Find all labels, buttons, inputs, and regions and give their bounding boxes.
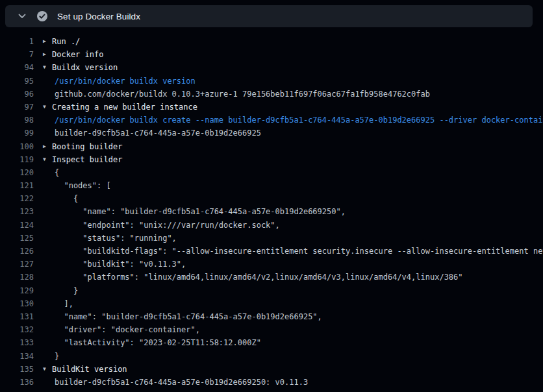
log-group-label: Buildx version [52,61,118,74]
line-number[interactable]: 1 [0,35,34,48]
log-group-label: BuildKit version [52,363,127,376]
line-number[interactable]: 133 [0,336,34,349]
group-collapsed-icon[interactable]: ▶ [43,35,52,48]
line-number[interactable]: 124 [0,219,34,232]
log-command-text: /usr/bin/docker buildx create --name bui… [55,114,543,127]
log-line: 134} [0,350,543,363]
line-number[interactable]: 95 [0,75,34,88]
arrow-spacer [43,297,55,310]
arrow-spacer [43,271,55,284]
line-number[interactable]: 120 [0,166,34,179]
chevron-down-icon[interactable] [17,11,27,21]
log-output-text: "endpoint": "unix:///var/run/docker.sock… [55,219,280,232]
check-circle-icon [36,10,48,22]
log-group-line[interactable]: 100▶Booting builder [0,140,543,153]
log-group-label: Inspect builder [52,153,122,166]
log-output-text: "buildkit": "v0.11.3", [55,258,186,271]
arrow-spacer [43,284,55,297]
log-output-text: "buildkitd-flags": "--allow-insecure-ent… [55,245,543,258]
log-group-line[interactable]: 94▼Buildx version [0,61,543,74]
log-line: 95/usr/bin/docker buildx version [0,75,543,88]
log-line: 130 ], [0,297,543,310]
log-output-text: "nodes": [ [55,179,111,192]
arrow-spacer [43,323,55,336]
line-number[interactable]: 100 [0,140,34,153]
arrow-spacer [43,192,55,205]
log-line: 99builder-d9cfb5a1-c764-445a-a57e-0b19d2… [0,127,543,140]
log-line: 120{ [0,166,543,179]
arrow-spacer [43,350,55,363]
log-line: 124 "endpoint": "unix:///var/run/docker.… [0,219,543,232]
arrow-spacer [43,245,55,258]
arrow-spacer [43,376,55,389]
log-output-text: "driver": "docker-container", [55,323,200,336]
line-number[interactable]: 94 [0,61,34,74]
line-number[interactable]: 135 [0,363,34,376]
line-number[interactable]: 97 [0,101,34,114]
group-expanded-icon[interactable]: ▼ [43,363,52,376]
line-number[interactable]: 7 [0,48,34,61]
line-number[interactable]: 136 [0,376,34,389]
arrow-spacer [43,114,55,127]
log-group-line[interactable]: 1▶Run ./ [0,35,543,48]
arrow-spacer [43,127,55,140]
log-output-text: "platforms": "linux/amd64,linux/amd64/v2… [55,271,463,284]
log-line: 127 "buildkit": "v0.11.3", [0,258,543,271]
line-number[interactable]: 130 [0,297,34,310]
log-container: 1▶Run ./7▶Docker info94▼Buildx version95… [0,35,543,389]
group-collapsed-icon[interactable]: ▶ [43,140,52,153]
log-line: 125 "status": "running", [0,232,543,245]
line-number[interactable]: 125 [0,232,34,245]
log-group-label: Run ./ [52,35,80,48]
line-number[interactable]: 123 [0,205,34,218]
log-line: 131 "name": "builder-d9cfb5a1-c764-445a-… [0,310,543,323]
log-output-text: builder-d9cfb5a1-c764-445a-a57e-0b19d2e6… [55,376,308,389]
log-group-label: Creating a new builder instance [52,101,197,114]
step-header[interactable]: Set up Docker Buildx [5,5,533,27]
group-expanded-icon[interactable]: ▼ [43,61,52,74]
log-line: 126 "buildkitd-flags": "--allow-insecure… [0,245,543,258]
log-group-line[interactable]: 97▼Creating a new builder instance [0,101,543,114]
log-command-text: /usr/bin/docker buildx version [55,75,196,88]
log-line: 121 "nodes": [ [0,179,543,192]
log-output-text: builder-d9cfb5a1-c764-445a-a57e-0b19d2e6… [55,127,261,140]
line-number[interactable]: 126 [0,245,34,258]
arrow-spacer [43,205,55,218]
log-group-line[interactable]: 7▶Docker info [0,48,543,61]
log-line: 122 { [0,192,543,205]
line-number[interactable]: 127 [0,258,34,271]
log-group-line[interactable]: 119▼Inspect builder [0,153,543,166]
arrow-spacer [43,336,55,349]
group-expanded-icon[interactable]: ▼ [43,153,52,166]
line-number[interactable]: 96 [0,88,34,101]
log-output-text: { [55,166,59,179]
group-expanded-icon[interactable]: ▼ [43,101,52,114]
group-collapsed-icon[interactable]: ▶ [43,48,52,61]
arrow-spacer [43,310,55,323]
log-line: 128 "platforms": "linux/amd64,linux/amd6… [0,271,543,284]
line-number[interactable]: 119 [0,153,34,166]
log-output-text: "status": "running", [55,232,177,245]
line-number[interactable]: 122 [0,192,34,205]
arrow-spacer [43,232,55,245]
log-line: 132 "driver": "docker-container", [0,323,543,336]
log-line: 133 "lastActivity": "2023-02-25T11:58:12… [0,336,543,349]
log-output-text: } [55,284,78,297]
log-line: 96github.com/docker/buildx 0.10.3+azure-… [0,88,543,101]
arrow-spacer [43,75,55,88]
log-line: 123 "name": "builder-d9cfb5a1-c764-445a-… [0,205,543,218]
line-number[interactable]: 129 [0,284,34,297]
line-number[interactable]: 121 [0,179,34,192]
line-number[interactable]: 132 [0,323,34,336]
arrow-spacer [43,258,55,271]
arrow-spacer [43,179,55,192]
line-number[interactable]: 98 [0,114,34,127]
arrow-spacer [43,166,55,179]
line-number[interactable]: 99 [0,127,34,140]
line-number[interactable]: 134 [0,350,34,363]
arrow-spacer [43,219,55,232]
arrow-spacer [43,88,55,101]
line-number[interactable]: 128 [0,271,34,284]
line-number[interactable]: 131 [0,310,34,323]
log-group-line[interactable]: 135▼BuildKit version [0,363,543,376]
